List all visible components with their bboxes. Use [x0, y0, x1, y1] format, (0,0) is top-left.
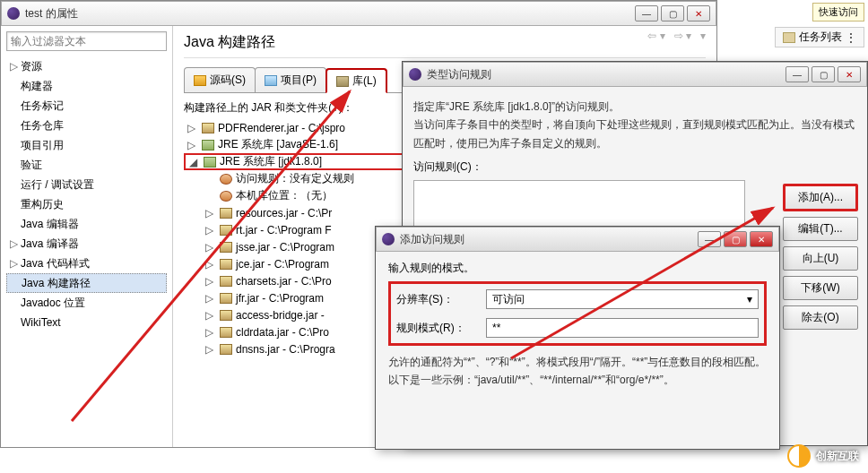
tab-library[interactable]: 库(L)	[326, 68, 387, 93]
jar-icon	[220, 344, 232, 355]
caret-icon: ▷	[205, 309, 216, 322]
eclipse-icon	[7, 7, 20, 20]
caret-icon: ▷	[205, 326, 216, 339]
jar-icon	[204, 157, 216, 168]
dlg2-title: 类型访问规则	[427, 67, 786, 82]
dropdown-icon: ⋮	[846, 31, 856, 44]
sidebar-item[interactable]: 重构历史	[6, 194, 167, 214]
jar-icon	[220, 208, 232, 219]
jar-icon	[220, 174, 232, 185]
close-button[interactable]: ✕	[687, 5, 710, 22]
up-button[interactable]: 向上(U)	[783, 246, 858, 271]
pattern-label: 规则模式(R)：	[396, 321, 486, 336]
jar-icon	[220, 293, 232, 304]
sidebar-item[interactable]: ▷Java 编译器	[6, 234, 167, 254]
caret-icon: ▷	[205, 241, 216, 254]
jar-icon	[202, 140, 214, 150]
minimize-button[interactable]: —	[698, 231, 721, 247]
add-button[interactable]: 添加(A)...	[783, 184, 858, 211]
minimize-button[interactable]: —	[786, 66, 809, 82]
dlg2-buttons: 添加(A)... 编辑(T)... 向上(U) 下移(W) 除去(O)	[783, 184, 858, 330]
caret-icon: ▷	[10, 60, 21, 73]
page-title: Java 构建路径	[184, 33, 706, 58]
caret-icon: ▷	[205, 224, 216, 236]
sidebar-item[interactable]: Java 构建路径	[6, 273, 167, 293]
tasklist-tab[interactable]: 任务列表 ⋮	[775, 27, 864, 47]
dlg3-help2: 以下是一些示例：“java/util/**”、“**/internal/**”和…	[388, 371, 767, 389]
rules-label: 访问规则(C)：	[413, 159, 856, 175]
library-icon	[336, 76, 349, 87]
close-button[interactable]: ✕	[838, 66, 861, 82]
caret-icon: ▷	[10, 237, 21, 250]
tasklist-icon	[783, 32, 795, 43]
sidebar-item[interactable]: WikiText	[6, 313, 167, 332]
remove-button[interactable]: 除去(O)	[783, 305, 858, 330]
jar-icon	[220, 327, 232, 338]
jar-icon	[220, 225, 232, 236]
sidebar-item[interactable]: 任务标记	[6, 96, 167, 116]
window-title: test 的属性	[25, 6, 635, 22]
dlg3-intro: 输入规则的模式。	[388, 261, 767, 276]
sidebar-item[interactable]: Java 编辑器	[6, 214, 167, 234]
caret-icon: ▷	[187, 139, 198, 151]
edit-button[interactable]: 编辑(T)...	[783, 217, 858, 241]
sidebar-item[interactable]: 运行 / 调试设置	[6, 175, 167, 194]
close-button[interactable]: ✕	[750, 231, 773, 247]
resolution-label: 分辨率(S)：	[396, 292, 486, 307]
dlg3-help1: 允许的通配符为“*”、“?”和“**”。将模式段用“/”隔开。“**”与任意数目…	[388, 353, 767, 371]
caret-icon: ◢	[189, 156, 200, 168]
dlg2-desc2: 当访问库子条目中的类型时，将自顶向下处理这些规则，直到规则模式匹配为止。当没有模…	[413, 116, 856, 152]
chevron-down-icon: ▾	[747, 293, 752, 305]
project-icon	[265, 75, 277, 86]
add-access-rule-dialog: 添加访问规则 — ▢ ✕ 输入规则的模式。 分辨率(S)： 可访问 ▾ 规则模式…	[375, 226, 780, 450]
jar-icon	[202, 123, 214, 133]
resolution-select[interactable]: 可访问 ▾	[486, 289, 759, 309]
sidebar-tree: ▷资源构建器任务标记任务仓库项目引用验证运行 / 调试设置重构历史Java 编辑…	[6, 56, 167, 332]
jar-icon	[220, 242, 232, 253]
main-titlebar[interactable]: test 的属性 — ▢ ✕	[1, 1, 716, 26]
sidebar-item[interactable]: Javadoc 位置	[6, 293, 167, 313]
maximize-button[interactable]: ▢	[661, 5, 684, 22]
eclipse-icon	[409, 68, 421, 81]
dlg3-titlebar[interactable]: 添加访问规则 — ▢ ✕	[376, 227, 779, 252]
minimize-button[interactable]: —	[635, 5, 658, 22]
dlg2-desc1: 指定库“JRE 系统库 [jdk1.8.0]”的访问规则。	[413, 98, 856, 116]
sidebar-item[interactable]: ▷资源	[6, 56, 167, 76]
jar-icon	[220, 310, 232, 321]
caret-icon: ▷	[10, 257, 21, 270]
caret-icon: ▷	[205, 292, 216, 305]
tab-project[interactable]: 项目(P)	[255, 67, 326, 92]
sidebar-item[interactable]: 任务仓库	[6, 116, 167, 135]
source-folder-icon	[194, 75, 206, 86]
highlighted-form: 分辨率(S)： 可访问 ▾ 规则模式(R)： **	[388, 281, 767, 346]
caret-icon: ▷	[205, 275, 216, 288]
pattern-input[interactable]: **	[486, 318, 759, 338]
tab-source[interactable]: 源码(S)	[184, 67, 256, 92]
caret-icon: ▷	[205, 207, 216, 219]
jar-icon	[220, 191, 232, 202]
sidebar: ▷资源构建器任务标记任务仓库项目引用验证运行 / 调试设置重构历史Java 编辑…	[1, 26, 173, 447]
caret-icon: ▷	[205, 343, 216, 356]
caret-icon: ▷	[205, 258, 216, 271]
watermark: 创新互联	[787, 444, 859, 468]
eclipse-icon	[382, 233, 395, 245]
quick-access-tooltip: 快速访问	[812, 3, 864, 22]
jar-icon	[220, 259, 232, 270]
sidebar-item[interactable]: 项目引用	[6, 135, 167, 155]
nav-arrows[interactable]: ⇦ ▾ ⇨ ▾ ▾	[647, 30, 706, 42]
caret-icon: ▷	[187, 122, 198, 134]
maximize-button[interactable]: ▢	[812, 66, 835, 82]
filter-input[interactable]	[6, 31, 167, 51]
sidebar-item[interactable]: 构建器	[6, 76, 167, 96]
maximize-button[interactable]: ▢	[724, 231, 747, 247]
dlg3-title: 添加访问规则	[400, 232, 698, 247]
down-button[interactable]: 下移(W)	[783, 276, 858, 300]
watermark-icon	[787, 444, 811, 468]
sidebar-item[interactable]: ▷Java 代码样式	[6, 254, 167, 273]
dlg2-titlebar[interactable]: 类型访问规则 — ▢ ✕	[403, 62, 867, 87]
jar-icon	[220, 276, 232, 287]
sidebar-item[interactable]: 验证	[6, 155, 167, 175]
